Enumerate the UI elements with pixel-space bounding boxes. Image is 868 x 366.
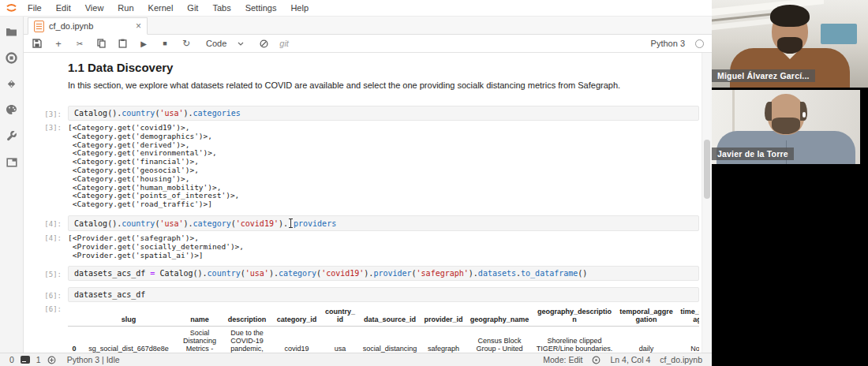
code-token: ). xyxy=(184,109,193,118)
markdown-cell[interactable]: In this section, we explore what dataset… xyxy=(30,79,699,99)
terminals-count[interactable]: 0 xyxy=(9,355,14,364)
column-header: geography_description xyxy=(533,305,615,327)
git-icon[interactable] xyxy=(6,77,18,90)
menu-item-settings[interactable]: Settings xyxy=(238,0,284,16)
menu-item-edit[interactable]: Edit xyxy=(49,0,78,16)
cell-prompt: [4]: xyxy=(30,215,68,228)
cell-output-text: [<Provider.get('safegraph')>, <Provider.… xyxy=(68,234,699,260)
code-token: country xyxy=(208,269,241,278)
participant-1-name-label: Miguel Álvarez Garcí... xyxy=(712,69,815,82)
column-header: name xyxy=(177,305,223,327)
kernels-count[interactable]: 1 xyxy=(36,355,41,364)
status-bar: 0 1 Python 3 | Idle Mode: Edit Ln 4, Col… xyxy=(0,353,712,366)
table-cell: sg_social_dist_667d8e8e xyxy=(80,327,177,353)
markdown-cell[interactable]: 1.1 Data Discovery xyxy=(30,58,699,79)
paste-cells-button[interactable] xyxy=(117,38,128,49)
cell-output-text: [<Category.get('covid19')>, <Category.ge… xyxy=(68,124,699,209)
jupyter-logo-icon xyxy=(6,3,17,13)
table-cell: Census Block Group - United States of Am… xyxy=(466,327,533,353)
jupyterlab-window: FileEditViewRunKernelGitTabsSettingsHelp xyxy=(0,0,712,366)
code-cell-input[interactable]: Catalog().country('usa').category('covid… xyxy=(68,215,699,231)
notebook-toolbar: + ✂ ▶ ■ ↻ Code xyxy=(24,35,712,53)
code-token: ). xyxy=(364,269,373,278)
save-button[interactable] xyxy=(32,38,43,49)
table-header-row: slugnamedescriptioncategory_idcountry_id… xyxy=(68,305,699,327)
menu-items: FileEditViewRunKernelGitTabsSettingsHelp xyxy=(21,0,316,16)
code-token: ). xyxy=(279,219,288,228)
code-token: () xyxy=(578,269,587,278)
main-area: cf_do.ipynb × + ✂ ▶ xyxy=(24,16,712,353)
file-browser-icon[interactable] xyxy=(6,25,18,38)
column-header: provider_id xyxy=(421,305,466,327)
notebook-cells: [3]:Catalog().country('usa').categories[… xyxy=(30,106,699,353)
column-header: data_source_id xyxy=(358,305,421,327)
code-token: category xyxy=(279,269,316,278)
open-tabs-icon[interactable] xyxy=(6,155,18,168)
menu-item-help[interactable]: Help xyxy=(283,0,316,16)
command-palette-icon[interactable] xyxy=(6,103,18,116)
code-token: categories xyxy=(193,109,241,118)
code-token: 'safegraph' xyxy=(417,269,469,278)
cell-type-select[interactable]: Code xyxy=(202,37,248,50)
code-token: Catalog(). xyxy=(155,269,207,278)
tools-icon[interactable] xyxy=(6,129,18,142)
column-header: category_id xyxy=(271,305,322,327)
participant-video-1[interactable]: Miguel Álvarez Garcí... xyxy=(712,0,868,88)
participant-1-hair xyxy=(770,5,810,27)
run-cell-button[interactable]: ▶ xyxy=(138,38,149,49)
screen: FileEditViewRunKernelGitTabsSettingsHelp xyxy=(0,0,868,366)
code-token: Catalog(). xyxy=(74,109,122,118)
table-cell: daily xyxy=(615,327,677,353)
notebook-file-icon xyxy=(34,21,44,32)
notebook-scrollbar[interactable] xyxy=(702,53,712,353)
table-cell: None xyxy=(677,327,699,353)
code-token: ). xyxy=(469,269,478,278)
menu-item-file[interactable]: File xyxy=(21,0,49,16)
menu-item-view[interactable]: View xyxy=(78,0,111,16)
notebook-cell: [4]:[<Provider.get('safegraph')>, <Provi… xyxy=(30,234,699,260)
code-token: datasets xyxy=(478,269,516,278)
participant-2-beard xyxy=(772,118,800,134)
notebook-panel: 1.1 Data Discovery In this section, we e… xyxy=(24,53,712,353)
notebook-cell: [3]:Catalog().country('usa').categories xyxy=(30,106,699,121)
table-cell: Due to the COVID-19 pandemic, people are… xyxy=(223,327,271,353)
column-header: time_coverage xyxy=(677,305,699,327)
kernel-name[interactable]: Python 3 xyxy=(651,39,685,48)
participant-2-hair xyxy=(765,102,772,121)
participant-video-2[interactable]: Javier de la Torre xyxy=(712,90,860,164)
participant-2-name-label: Javier de la Torre xyxy=(712,148,794,160)
menu-item-tabs[interactable]: Tabs xyxy=(205,0,238,16)
code-token: country xyxy=(122,219,155,228)
running-sessions-icon[interactable] xyxy=(6,51,18,64)
git-toolbar-button[interactable]: git xyxy=(279,39,289,48)
menu-item-git[interactable]: Git xyxy=(180,0,205,16)
restart-kernel-button[interactable]: ↻ xyxy=(181,38,192,49)
code-cell-input[interactable]: datasets_acs_df xyxy=(68,287,699,302)
tab-close-icon[interactable]: × xyxy=(136,21,141,31)
mode-indicator[interactable]: Mode: Edit xyxy=(543,355,582,364)
kernel-sessions-icon xyxy=(47,356,56,364)
code-cell-input[interactable]: datasets_acs_df = Catalog().country('usa… xyxy=(68,266,699,281)
menu-bar: FileEditViewRunKernelGitTabsSettingsHelp xyxy=(0,0,712,17)
video-call-panel: Miguel Álvarez Garcí... Javier de la Tor… xyxy=(712,0,868,366)
code-cell-input[interactable]: Catalog().country('usa').categories xyxy=(68,106,699,121)
cell-prompt: [4]: xyxy=(30,234,68,242)
menu-item-run[interactable]: Run xyxy=(110,0,140,16)
cell-prompt: [3]: xyxy=(30,106,68,118)
section-intro-text: In this section, we explore what dataset… xyxy=(68,80,699,90)
copy-cells-button[interactable] xyxy=(95,38,107,49)
kernel-interrupt-icon[interactable] xyxy=(258,38,269,49)
add-cell-button[interactable]: + xyxy=(53,38,64,49)
table-cell: 0 xyxy=(68,327,80,353)
code-token: 'usa' xyxy=(159,109,183,118)
code-token: Catalog(). xyxy=(74,219,122,228)
cursor-position[interactable]: Ln 4, Col 4 xyxy=(610,355,650,364)
code-token: 'covid19' xyxy=(321,269,364,278)
menu-item-kernel[interactable]: Kernel xyxy=(141,0,181,16)
stop-kernel-button[interactable]: ■ xyxy=(159,38,170,49)
scrollbar-thumb[interactable] xyxy=(704,140,710,199)
tab-cf-do-ipynb[interactable]: cf_do.ipynb × xyxy=(28,17,148,35)
code-token: providers xyxy=(294,219,336,228)
cut-cells-button[interactable]: ✂ xyxy=(74,38,85,49)
kernel-status-text[interactable]: Python 3 | Idle xyxy=(62,355,120,364)
